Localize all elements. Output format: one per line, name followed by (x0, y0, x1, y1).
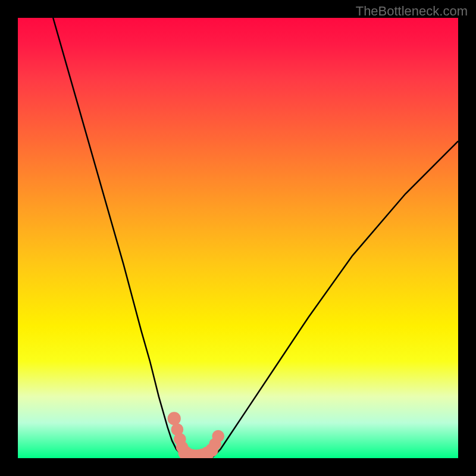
series-left-curve (53, 18, 185, 458)
series-group (53, 18, 458, 458)
marker-point (168, 412, 181, 425)
marker-point (212, 430, 224, 443)
series-right-curve (212, 141, 458, 458)
chart-canvas (18, 18, 458, 458)
markers-group (168, 412, 224, 458)
plot-area (18, 18, 458, 458)
watermark-text: TheBottleneck.com (356, 4, 468, 19)
